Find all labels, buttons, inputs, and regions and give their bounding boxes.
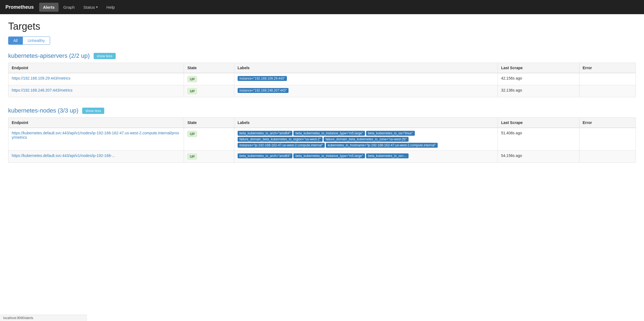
state-badge: UP xyxy=(187,88,197,94)
cell-last-scrape: 42.156s ago xyxy=(498,73,579,85)
cell-labels: beta_kubernetes_io_arch="amd64"beta_kube… xyxy=(234,128,498,151)
label-badge: beta_kubernetes_io_arch="amd64" xyxy=(238,131,293,136)
state-badge: UP xyxy=(187,76,197,82)
cell-error xyxy=(579,73,636,85)
labels-container: instance="192.168.109.29:443" xyxy=(238,76,494,81)
cell-last-scrape: 51.408s ago xyxy=(498,128,579,151)
labels-container: instance="192.168.248.207:443" xyxy=(238,88,494,93)
label-badge: beta_kubernetes_io_os=... xyxy=(366,153,409,158)
page-title: Targets xyxy=(8,21,636,32)
table-header-row: Endpoint State Labels Last Scrape Error xyxy=(8,63,636,73)
targets-table-nodes: Endpoint State Labels Last Scrape Error … xyxy=(8,117,636,163)
label-badge: instance="192.168.248.207:443" xyxy=(238,88,289,93)
col-header-labels: Labels xyxy=(234,63,498,73)
nav-item-graph[interactable]: Graph xyxy=(60,3,79,12)
cell-error xyxy=(579,85,636,97)
labels-container: beta_kubernetes_io_arch="amd64"beta_kube… xyxy=(238,153,494,158)
cell-state: UP xyxy=(184,151,234,163)
col-header-error: Error xyxy=(579,63,636,73)
label-badge: beta_kubernetes_io_os="linux" xyxy=(366,131,415,136)
cell-endpoint: https://kubernetes.default.svc:443/api/v… xyxy=(8,151,184,163)
cell-labels: beta_kubernetes_io_arch="amd64"beta_kube… xyxy=(234,151,498,163)
cell-endpoint: https://kubernetes.default.svc:443/api/v… xyxy=(8,128,184,151)
page-content: Targets All Unhealthy kubernetes-apiserv… xyxy=(0,14,644,179)
nav-item-status[interactable]: Status xyxy=(79,3,102,12)
cell-labels: instance="192.168.248.207:443" xyxy=(234,85,498,97)
nav-items: Alerts Graph Status Help xyxy=(39,3,119,12)
table-row: https://192.168.248.207:443/metricsUPins… xyxy=(8,85,636,97)
cell-last-scrape: 54.156s ago xyxy=(498,151,579,163)
label-badge: beta_kubernetes_io_instance_type="m5.lar… xyxy=(293,153,365,158)
labels-container: beta_kubernetes_io_arch="amd64"beta_kube… xyxy=(238,131,494,148)
table-header-row-nodes: Endpoint State Labels Last Scrape Error xyxy=(8,118,636,128)
state-badge: UP xyxy=(187,131,197,137)
endpoint-link[interactable]: https://kubernetes.default.svc:443/api/v… xyxy=(12,153,115,158)
section-header-apiservers: kubernetes-apiservers (2/2 up) show less xyxy=(8,52,636,59)
state-badge: UP xyxy=(187,153,197,160)
col-header-error-nodes: Error xyxy=(579,118,636,128)
endpoint-link[interactable]: https://192.168.109.29:443/metrics xyxy=(12,76,70,80)
col-header-last-scrape: Last Scrape xyxy=(498,63,579,73)
cell-labels: instance="192.168.109.29:443" xyxy=(234,73,498,85)
show-less-button-nodes[interactable]: show less xyxy=(82,108,104,114)
cell-endpoint: https://192.168.109.29:443/metrics xyxy=(8,73,184,85)
filter-unhealthy-button[interactable]: Unhealthy xyxy=(23,37,50,45)
col-header-labels-nodes: Labels xyxy=(234,118,498,128)
col-header-state: State xyxy=(184,63,234,73)
navbar: Prometheus Alerts Graph Status Help xyxy=(0,0,644,14)
cell-error xyxy=(579,151,636,163)
label-badge: kubernetes_io_hostname="ip-192-168-162-4… xyxy=(326,143,437,148)
label-badge: beta_kubernetes_io_arch="amd64" xyxy=(238,153,293,158)
col-header-state-nodes: State xyxy=(184,118,234,128)
cell-last-scrape: 32.136s ago xyxy=(498,85,579,97)
filter-buttons: All Unhealthy xyxy=(8,37,636,45)
label-badge: failure_domain_beta_kubernetes_io_zone="… xyxy=(324,137,409,142)
table-row: https://kubernetes.default.svc:443/api/v… xyxy=(8,128,636,151)
targets-table-apiservers: Endpoint State Labels Last Scrape Error … xyxy=(8,63,636,97)
table-row: https://kubernetes.default.svc:443/api/v… xyxy=(8,151,636,163)
cell-state: UP xyxy=(184,128,234,151)
label-badge: instance="192.168.109.29:443" xyxy=(238,76,287,81)
cell-state: UP xyxy=(184,73,234,85)
section-title-nodes: kubernetes-nodes (3/3 up) xyxy=(8,107,78,114)
nav-item-alerts[interactable]: Alerts xyxy=(39,3,59,12)
filter-all-button[interactable]: All xyxy=(8,37,23,45)
col-header-endpoint-nodes: Endpoint xyxy=(8,118,184,128)
section-title-apiservers: kubernetes-apiservers (2/2 up) xyxy=(8,52,90,59)
cell-error xyxy=(579,128,636,151)
table-row: https://192.168.109.29:443/metricsUPinst… xyxy=(8,73,636,85)
endpoint-link[interactable]: https://kubernetes.default.svc:443/api/v… xyxy=(12,131,179,140)
section-kubernetes-apiservers: kubernetes-apiservers (2/2 up) show less… xyxy=(8,52,636,97)
cell-endpoint: https://192.168.248.207:443/metrics xyxy=(8,85,184,97)
endpoint-link[interactable]: https://192.168.248.207:443/metrics xyxy=(12,88,72,92)
navbar-brand[interactable]: Prometheus xyxy=(5,4,34,10)
section-kubernetes-nodes: kubernetes-nodes (3/3 up) show less Endp… xyxy=(8,107,636,163)
section-header-nodes: kubernetes-nodes (3/3 up) show less xyxy=(8,107,636,114)
cell-state: UP xyxy=(184,85,234,97)
col-header-endpoint: Endpoint xyxy=(8,63,184,73)
col-header-last-scrape-nodes: Last Scrape xyxy=(498,118,579,128)
nav-item-help[interactable]: Help xyxy=(103,3,119,12)
label-badge: failure_domain_beta_kubernetes_io_region… xyxy=(238,137,323,142)
label-badge: instance="ip-192-168-162-47.us-west-2.co… xyxy=(238,143,325,148)
show-less-button-apiservers[interactable]: show less xyxy=(94,53,116,59)
label-badge: beta_kubernetes_io_instance_type="m5.lar… xyxy=(293,131,365,136)
